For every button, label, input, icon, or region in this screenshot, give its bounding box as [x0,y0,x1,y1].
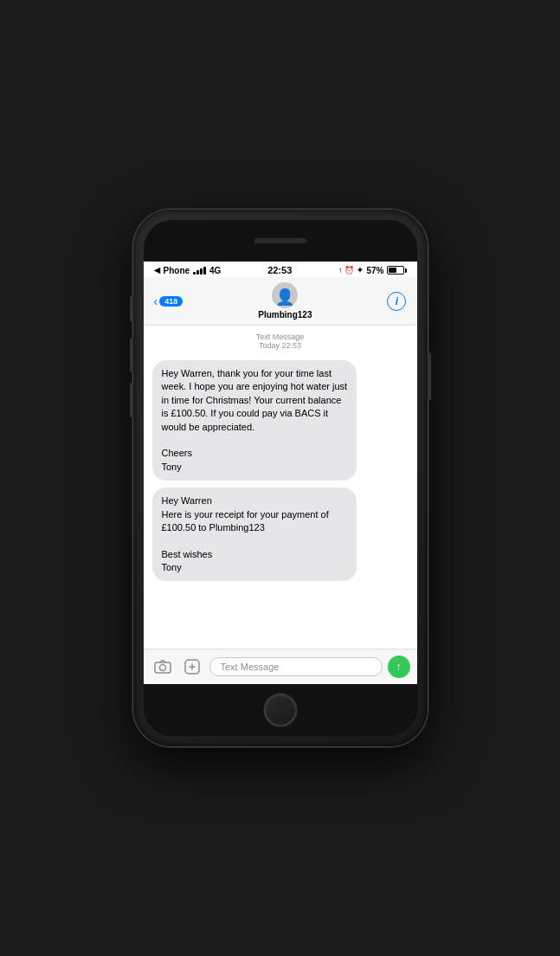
camera-button[interactable] [151,655,175,679]
carrier-label: Phone [164,266,190,275]
back-button[interactable]: ‹ 418 [154,294,183,308]
signal-bars [193,266,206,275]
home-button[interactable] [264,694,297,727]
alarm-icon: ⏰ [344,266,354,275]
bar3 [200,268,203,275]
volume-down-button[interactable] [130,383,133,417]
contact-avatar[interactable]: 👤 [272,282,298,308]
top-bezel [144,220,417,262]
svg-point-1 [159,665,165,671]
status-time: 22:53 [267,265,292,275]
screen-content: ◀ Phone 4G 22:53 ↑ ⏰ ✦ 57% [144,262,417,684]
message-timestamp: Text Message Today 22:53 [152,333,409,350]
message-count-badge: 418 [159,296,183,307]
battery-icon [387,266,407,275]
bottom-bezel [144,684,417,736]
send-icon: ↑ [396,661,402,673]
message-bubble-2: Hey WarrenHere is your receipt for your … [152,488,357,581]
input-bar: Text Message ↑ [144,649,417,684]
speaker-grill [254,238,306,243]
send-button[interactable]: ↑ [388,656,410,678]
message-input-placeholder: Text Message [221,662,280,672]
message-bubble-1: Hey Warren, thank you for your time last… [152,360,357,481]
app-store-button[interactable] [180,655,204,679]
message-text-1: Hey Warren, thank you for your time last… [162,368,348,472]
person-icon: 👤 [275,286,294,305]
messages-area: Text Message Today 22:53 Hey Warren, tha… [144,326,417,649]
volume-up-button[interactable] [130,338,133,372]
status-right: ↑ ⏰ ✦ 57% [338,266,407,275]
nav-bar: ‹ 418 👤 Plumbing123 i [144,277,417,326]
battery-percent: 57% [366,266,383,275]
location-icon: ↑ [338,266,343,275]
bar1 [193,272,196,275]
bar2 [196,270,199,275]
camera-dot [254,238,260,243]
contact-name: Plumbing123 [258,310,312,320]
info-icon: i [396,295,398,307]
phone-app-icon: ◀ [154,266,160,275]
phone-screen: ◀ Phone 4G 22:53 ↑ ⏰ ✦ 57% [144,220,417,736]
nav-center: 👤 Plumbing123 [258,282,312,320]
back-chevron-icon: ‹ [154,294,158,308]
bluetooth-icon: ✦ [357,266,364,275]
status-left: ◀ Phone 4G [154,266,222,275]
bar4 [203,267,206,275]
info-button[interactable]: i [387,292,406,311]
message-text-2: Hey WarrenHere is your receipt for your … [162,495,329,572]
power-button[interactable] [428,352,431,400]
status-bar: ◀ Phone 4G 22:53 ↑ ⏰ ✦ 57% [144,262,417,277]
phone-device: ◀ Phone 4G 22:53 ↑ ⏰ ✦ 57% [133,210,428,746]
message-input[interactable]: Text Message [209,657,383,676]
network-type: 4G [209,266,221,275]
